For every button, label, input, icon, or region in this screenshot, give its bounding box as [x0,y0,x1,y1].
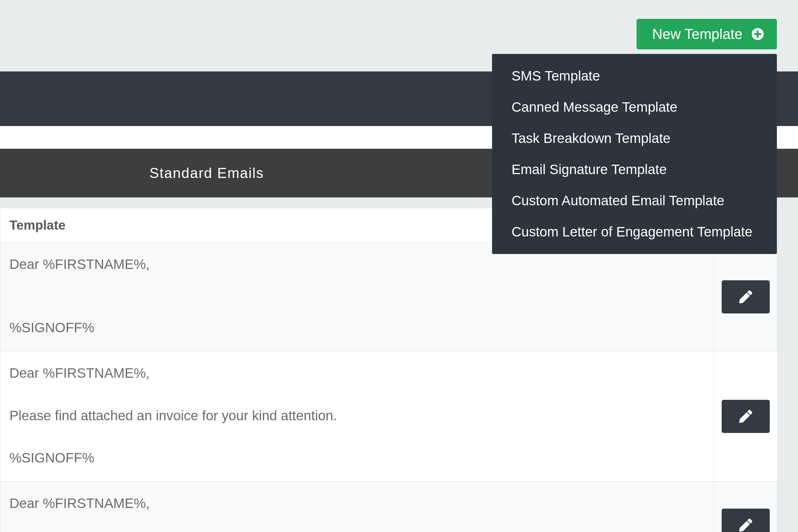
pencil-icon [739,519,752,532]
edit-button[interactable] [722,280,770,314]
dropdown-item-sms-template[interactable]: SMS Template [492,60,777,92]
template-body: Dear %FIRSTNAME%, Please find attached a… [0,352,714,481]
table-row: Dear %FIRSTNAME%, %SIGNOFF% [0,243,778,352]
template-body: Dear %FIRSTNAME%, Please find attached a… [0,482,714,532]
edit-button[interactable] [722,400,770,433]
template-body: Dear %FIRSTNAME%, %SIGNOFF% [0,243,714,351]
table-row: Dear %FIRSTNAME%, Please find attached a… [0,482,778,532]
column-header-template: Template [10,218,65,232]
dropdown-item-task-breakdown-template[interactable]: Task Breakdown Template [492,123,777,154]
action-cell [714,482,777,532]
tab-title: Standard Emails [149,165,264,181]
dropdown-item-custom-automated-email-template[interactable]: Custom Automated Email Template [492,185,777,216]
pencil-icon [739,290,752,303]
new-template-label: New Template [652,26,742,42]
action-cell [714,352,777,481]
pencil-icon [739,410,752,423]
action-cell [714,243,777,351]
plus-circle-icon [752,28,764,40]
new-template-button[interactable]: New Template [636,19,777,50]
edit-button[interactable] [722,509,770,532]
dropdown-item-canned-message-template[interactable]: Canned Message Template [492,92,777,123]
table-row: Dear %FIRSTNAME%, Please find attached a… [0,352,778,481]
templates-table: Template Dear %FIRSTNAME%, %SIGNOFF% Dea… [0,208,778,532]
dropdown-item-custom-letter-engagement-template[interactable]: Custom Letter of Engagement Template [492,216,777,247]
new-template-dropdown: SMS Template Canned Message Template Tas… [492,54,777,254]
dropdown-item-email-signature-template[interactable]: Email Signature Template [492,154,777,185]
